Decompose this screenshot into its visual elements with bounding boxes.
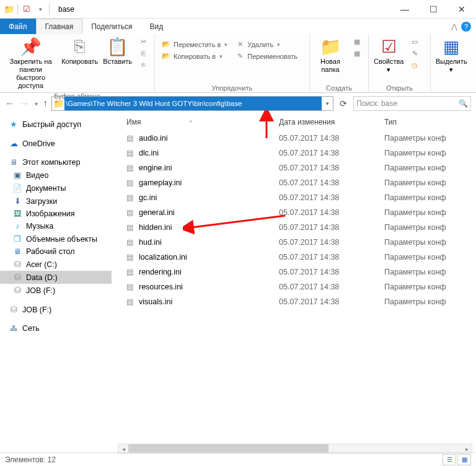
file-row[interactable]: ▤resources.ini05.07.2017 14:38Параметры …: [112, 279, 476, 294]
address-path[interactable]: \Games\The Witcher 3 Wild Hunt GOTY\bin\…: [64, 97, 322, 110]
address-dropdown-icon[interactable]: ▾: [322, 100, 333, 107]
group-open-label: Открыть: [371, 83, 428, 92]
navigation-tree[interactable]: ★Быстрый доступ ☁OneDrive 🖥Этот компьюте…: [0, 114, 112, 449]
tab-file[interactable]: Файл: [0, 19, 36, 34]
qat-properties-icon[interactable]: ☑: [22, 4, 32, 14]
file-row[interactable]: ▤engine.ini05.07.2017 14:38Параметры кон…: [112, 160, 476, 175]
tree-music[interactable]: ♪Музыка: [0, 220, 112, 232]
cut-button[interactable]: ✂: [137, 37, 149, 47]
file-icon: ▤: [126, 149, 135, 157]
tree-this-pc[interactable]: 🖥Этот компьютер: [0, 156, 112, 169]
drive-icon: ⛁: [12, 286, 22, 295]
paste-shortcut-button[interactable]: ⎋: [137, 59, 149, 69]
drive-icon: ⛁: [12, 260, 22, 269]
file-row[interactable]: ▤general.ini05.07.2017 14:38Параметры ко…: [112, 205, 476, 220]
desktop-icon: 🖥: [12, 247, 22, 256]
tree-drive-f1[interactable]: ⛁JOB (F:): [0, 284, 112, 297]
column-date[interactable]: Дата изменения: [279, 118, 384, 126]
easy-access-button[interactable]: ▦: [351, 48, 363, 59]
properties-button[interactable]: ☑ Свойства▾: [371, 35, 406, 75]
file-row[interactable]: ▤gc.ini05.07.2017 14:38Параметры конф: [112, 190, 476, 205]
file-type: Параметры конф: [384, 253, 476, 262]
new-folder-button[interactable]: 📁 Новая папка: [312, 35, 348, 75]
file-icon: ▤: [126, 223, 135, 232]
minimize-button[interactable]: —: [390, 0, 419, 19]
move-to-button[interactable]: 📂Переместить в▾: [160, 39, 229, 50]
address-bar[interactable]: 📁 \Games\The Witcher 3 Wild Hunt GOTY\bi…: [51, 96, 333, 111]
file-list[interactable]: Имя ⌃ Дата изменения Тип ▤audio.ini05.07…: [112, 114, 476, 449]
search-placeholder: Поиск: base: [356, 99, 397, 108]
file-row[interactable]: ▤rendering.ini05.07.2017 14:38Параметры …: [112, 265, 476, 279]
ribbon: 📌 Закрепить на панели быстрого доступа ⎘…: [0, 34, 476, 93]
file-row[interactable]: ▤visuals.ini05.07.2017 14:38Параметры ко…: [112, 294, 476, 309]
documents-icon: 📄: [12, 183, 22, 193]
back-button[interactable]: ←: [5, 98, 15, 109]
tree-drive-c[interactable]: ⛁Acer (C:): [0, 258, 112, 271]
file-row[interactable]: ▤audio.ini05.07.2017 14:38Параметры конф: [112, 131, 476, 146]
scroll-thumb[interactable]: [128, 444, 328, 453]
collapse-ribbon-icon[interactable]: ⋀: [451, 22, 457, 31]
file-row[interactable]: ▤hud.ini05.07.2017 14:38Параметры конф: [112, 235, 476, 250]
pin-button[interactable]: 📌 Закрепить на панели быстрого доступа: [2, 35, 59, 91]
tree-videos[interactable]: ▣Видео: [0, 169, 112, 182]
scroll-left-icon[interactable]: ◂: [118, 446, 128, 452]
file-type: Параметры конф: [384, 268, 476, 276]
tree-3d-objects[interactable]: ❒Объемные объекты: [0, 232, 112, 245]
scroll-right-icon[interactable]: ▸: [462, 446, 472, 452]
edit-button[interactable]: ✎: [408, 48, 421, 59]
file-icon: ▤: [126, 283, 135, 291]
separator: [49, 4, 50, 15]
tree-pictures[interactable]: 🖼Изображения: [0, 208, 112, 220]
column-name[interactable]: Имя ⌃: [112, 118, 279, 126]
tree-onedrive[interactable]: ☁OneDrive: [0, 137, 112, 150]
paste-button[interactable]: 📋 Вставить: [100, 35, 134, 67]
copy-path-button[interactable]: ⎘: [137, 48, 149, 58]
file-icon: ▤: [126, 134, 135, 143]
search-input[interactable]: Поиск: base 🔍: [353, 96, 471, 111]
sort-asc-icon: ⌃: [188, 120, 193, 126]
open-icon: ▭: [410, 38, 420, 46]
tab-view[interactable]: Вид: [141, 19, 172, 34]
file-name: localization.ini: [139, 253, 187, 262]
refresh-button[interactable]: ⟳: [337, 99, 350, 108]
folder-icon[interactable]: 📁: [4, 4, 14, 14]
file-icon: ▤: [126, 164, 135, 172]
new-item-button[interactable]: ▦: [351, 37, 363, 47]
recent-dropdown[interactable]: ▾: [35, 100, 38, 107]
rename-button[interactable]: ✎Переименовать: [234, 51, 299, 61]
delete-button[interactable]: ✕Удалить▾: [234, 39, 299, 50]
video-icon: ▣: [12, 170, 22, 180]
tab-share[interactable]: Поделиться: [82, 19, 141, 34]
view-icons-button[interactable]: ▦: [457, 454, 471, 465]
maximize-button[interactable]: ☐: [419, 0, 447, 19]
copy-to-button[interactable]: 📂Копировать в▾: [160, 51, 229, 61]
tree-drive-d[interactable]: ⛁Data (D:): [0, 271, 112, 284]
history-button[interactable]: ◷: [408, 60, 421, 71]
file-type: Параметры конф: [384, 238, 476, 247]
file-row[interactable]: ▤gameplay.ini05.07.2017 14:38Параметры к…: [112, 175, 476, 190]
tree-documents[interactable]: 📄Документы: [0, 182, 112, 195]
file-icon: ▤: [126, 253, 135, 262]
forward-button[interactable]: →: [20, 98, 30, 109]
up-button[interactable]: ↑: [43, 98, 48, 109]
tree-downloads[interactable]: ⬇Загрузки: [0, 195, 112, 208]
file-row[interactable]: ▤hidden.ini05.07.2017 14:38Параметры кон…: [112, 220, 476, 235]
file-date: 05.07.2017 14:38: [279, 149, 384, 157]
edit-icon: ✎: [410, 50, 420, 58]
tree-quick-access[interactable]: ★Быстрый доступ: [0, 118, 112, 131]
select-button[interactable]: ▦ Выделить▾: [433, 35, 470, 75]
tree-drive-f2[interactable]: ⛁JOB (F:): [0, 303, 112, 316]
qat-dropdown-icon[interactable]: ▾: [35, 4, 45, 14]
tree-network[interactable]: 🖧Сеть: [0, 322, 112, 335]
open-button[interactable]: ▭: [408, 37, 421, 47]
view-details-button[interactable]: ☰: [443, 454, 456, 465]
navigation-bar: ← → ▾ ↑ 📁 \Games\The Witcher 3 Wild Hunt…: [0, 93, 476, 114]
tab-home[interactable]: Главная: [36, 19, 83, 34]
tree-desktop[interactable]: 🖥Рабочий стол: [0, 245, 112, 258]
help-icon[interactable]: ?: [461, 22, 471, 32]
file-row[interactable]: ▤dlc.ini05.07.2017 14:38Параметры конф: [112, 146, 476, 160]
copy-button[interactable]: ⎘ Копировать: [59, 35, 100, 67]
column-type[interactable]: Тип: [384, 118, 476, 126]
file-row[interactable]: ▤localization.ini05.07.2017 14:38Парамет…: [112, 250, 476, 265]
close-button[interactable]: ✕: [447, 0, 476, 19]
